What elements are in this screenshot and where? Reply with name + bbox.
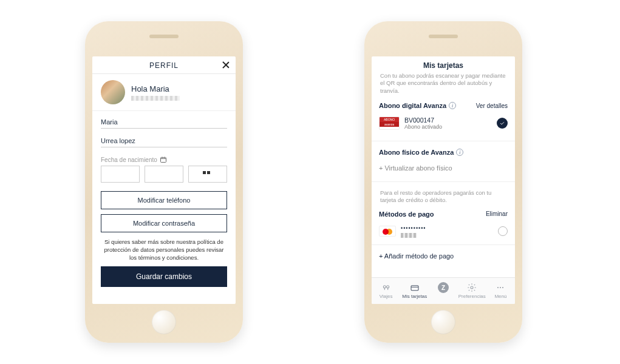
z-icon: Z	[438, 282, 449, 293]
modify-password-button[interactable]: Modificar contraseña	[101, 214, 227, 232]
greeting-subtext-redacted	[131, 96, 180, 101]
first-name-field[interactable]	[101, 115, 227, 129]
phone-profile: PERFIL Hola Maria Fecha de nacimiento	[85, 21, 243, 343]
phone-cards: Mis tarjetas Con tu abono podrás escanea…	[364, 21, 522, 343]
save-button[interactable]: Guardar cambios	[101, 266, 227, 287]
digital-abono-header: Abono digital Avanza i	[379, 102, 456, 109]
virtualize-physical-button[interactable]: + Virtualizar abono físico	[379, 158, 508, 179]
trips-icon	[381, 283, 391, 292]
abono-row[interactable]: ABONO avanza BV000147 Abono activado	[379, 112, 508, 138]
delete-payment-link[interactable]: Eliminar	[486, 211, 508, 217]
modify-phone-button[interactable]: Modificar teléfono	[101, 191, 227, 209]
card-last4-redacted	[401, 233, 417, 238]
select-card-radio[interactable]	[498, 226, 508, 236]
dob-year-field[interactable]	[188, 166, 227, 183]
see-details-link[interactable]: Ver detalles	[476, 103, 508, 109]
profile-title: PERFIL	[149, 61, 179, 70]
calendar-icon	[160, 156, 167, 163]
cards-subtitle: Con tu abono podrás escanear y pagar med…	[379, 72, 508, 99]
tab-viajes[interactable]: Viajes	[372, 278, 400, 304]
payment-methods-header: Métodos de pago	[379, 211, 434, 218]
svg-rect-0	[160, 158, 166, 163]
dob-day-field[interactable]	[101, 166, 140, 183]
tab-bar: Viajes Mis tarjetas Z Preferencias Menú	[372, 277, 515, 304]
svg-point-1	[383, 286, 386, 288]
tab-menu[interactable]: Menú	[486, 278, 515, 304]
abono-state: Abono activado	[404, 124, 442, 130]
card-masked-number: ••••••••••	[401, 224, 426, 238]
svg-point-6	[500, 287, 501, 288]
dob-month-field[interactable]	[145, 166, 183, 183]
dob-year-redacted	[203, 171, 213, 177]
operators-note: Para el resto de operadores pagarás con …	[379, 184, 508, 208]
privacy-policy-text: Si quieres saber más sobre nuestra polít…	[101, 237, 227, 266]
last-name-field[interactable]	[101, 133, 227, 147]
physical-abono-header: Abono físico de Avanza i	[379, 149, 463, 156]
divider	[372, 141, 515, 141]
svg-point-7	[502, 287, 503, 288]
divider	[372, 244, 515, 245]
profile-greeting: Hola Maria	[92, 74, 236, 111]
payment-method-row[interactable]: ••••••••••	[379, 220, 508, 242]
profile-titlebar: PERFIL	[92, 56, 236, 74]
abono-badge-icon: ABONO avanza	[379, 116, 400, 130]
svg-point-2	[386, 286, 389, 288]
tab-z[interactable]: Z	[429, 278, 457, 304]
greeting-text: Hola Maria	[131, 84, 180, 93]
dots-icon	[496, 283, 505, 292]
close-icon[interactable]	[221, 60, 231, 70]
cards-icon	[410, 283, 420, 292]
divider	[372, 181, 515, 182]
svg-rect-3	[411, 286, 418, 291]
dob-label: Fecha de nacimiento	[101, 156, 227, 163]
abono-code: BV000147	[404, 116, 442, 124]
avatar	[101, 80, 125, 104]
cards-title: Mis tarjetas	[379, 56, 508, 72]
selected-check-icon	[497, 118, 508, 129]
tab-preferencias[interactable]: Preferencias	[458, 278, 486, 304]
svg-point-5	[497, 287, 499, 288]
gear-icon	[467, 283, 477, 292]
svg-point-4	[471, 286, 473, 289]
tab-mis-tarjetas[interactable]: Mis tarjetas	[400, 278, 429, 304]
mastercard-icon	[379, 226, 396, 237]
info-icon[interactable]: i	[449, 102, 456, 109]
add-payment-button[interactable]: + Añadir método de pago	[379, 248, 508, 262]
info-icon[interactable]: i	[456, 149, 463, 156]
